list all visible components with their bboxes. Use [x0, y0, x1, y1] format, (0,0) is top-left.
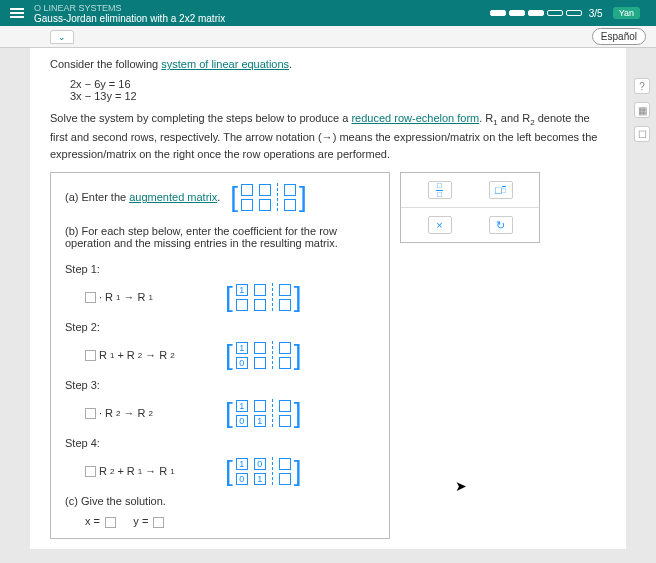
coef-input[interactable]	[85, 466, 96, 477]
content-area: ⌄ ? ▦ ☐ Consider the following system of…	[30, 48, 626, 549]
language-button[interactable]: Español	[592, 28, 646, 45]
step2-label: Step 2:	[65, 321, 375, 333]
rref-link[interactable]: reduced row-echelon form	[351, 112, 479, 124]
x-input[interactable]	[105, 517, 116, 528]
header-category: O LINEAR SYSTEMS	[34, 3, 490, 13]
help-icon[interactable]: ?	[634, 78, 650, 94]
part-a: (a) Enter the augmented matrix. [ ]	[65, 183, 375, 211]
work-box: (a) Enter the augmented matrix. [ ] (b) …	[50, 172, 390, 539]
dropdown-tab[interactable]: ⌄	[50, 30, 74, 44]
matrix-a[interactable]: [ ]	[230, 183, 307, 211]
matrix-s4[interactable]: [ 10 01 ]	[225, 457, 302, 485]
coef-input[interactable]	[85, 408, 96, 419]
clear-button[interactable]: ×	[428, 216, 452, 234]
cursor-icon: ➤	[455, 478, 467, 494]
step4-row: R2 + R1 → R1 [ 10 01 ]	[85, 457, 375, 485]
menu-icon[interactable]	[10, 6, 24, 20]
intro-text: Consider the following system of linear …	[50, 58, 606, 70]
matrix-s3[interactable]: [ 10 1 ]	[225, 399, 302, 427]
instructions: Solve the system by completing the steps…	[50, 110, 606, 162]
step3-label: Step 3:	[65, 379, 375, 391]
tab-row: Español	[0, 26, 656, 48]
note-icon[interactable]: ☐	[634, 126, 650, 142]
step3-op: ·R2 → R2	[85, 407, 215, 419]
right-toolbar: ? ▦ ☐	[634, 78, 650, 142]
matrix-s1[interactable]: [ 1 ]	[225, 283, 302, 311]
fraction-button[interactable]: □□	[428, 181, 452, 199]
y-input[interactable]	[153, 517, 164, 528]
helper-palette: □□ □□ × ↻	[400, 172, 540, 243]
step2-row: R1 + R2 → R2 [ 10 ]	[85, 341, 375, 369]
progress-text: 3/5	[589, 8, 603, 19]
repeat-button[interactable]: □□	[489, 181, 513, 199]
step1-label: Step 1:	[65, 263, 375, 275]
part-b-text: (b) For each step below, enter the coeff…	[65, 225, 375, 249]
matrix-s2[interactable]: [ 10 ]	[225, 341, 302, 369]
solution-row: x = y =	[85, 515, 375, 528]
augmented-link[interactable]: augmented matrix	[129, 191, 217, 203]
system-link[interactable]: system of linear equations	[161, 58, 289, 70]
coef-input[interactable]	[85, 292, 96, 303]
part-c-label: (c) Give the solution.	[65, 495, 375, 507]
step4-label: Step 4:	[65, 437, 375, 449]
header-text: O LINEAR SYSTEMS Gauss-Jordan eliminatio…	[34, 3, 490, 24]
coef-input[interactable]	[85, 350, 96, 361]
calculator-icon[interactable]: ▦	[634, 102, 650, 118]
undo-button[interactable]: ↻	[489, 216, 513, 234]
step1-op: ·R1 → R1	[85, 291, 215, 303]
user-badge[interactable]: Yan	[613, 7, 640, 19]
step2-op: R1 + R2 → R2	[85, 349, 215, 361]
app-header: O LINEAR SYSTEMS Gauss-Jordan eliminatio…	[0, 0, 656, 26]
step3-row: ·R2 → R2 [ 10 1 ]	[85, 399, 375, 427]
equations: 2x − 6y = 16 3x − 13y = 12	[70, 78, 606, 102]
equation-2: 3x − 13y = 12	[70, 90, 606, 102]
header-title: Gauss-Jordan elimination with a 2x2 matr…	[34, 13, 490, 24]
progress-bar: 3/5	[490, 8, 603, 19]
step1-row: ·R1 → R1 [ 1 ]	[85, 283, 375, 311]
step4-op: R2 + R1 → R1	[85, 465, 215, 477]
equation-1: 2x − 6y = 16	[70, 78, 606, 90]
